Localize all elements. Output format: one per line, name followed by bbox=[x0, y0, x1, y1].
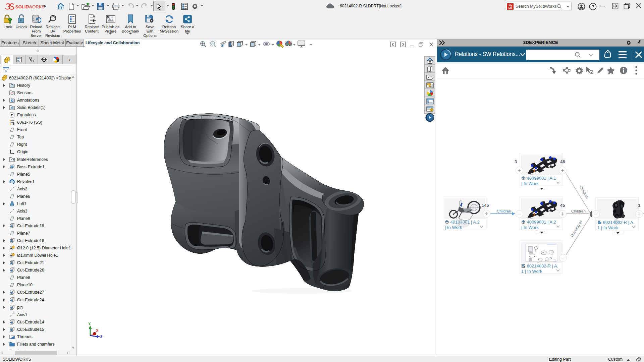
svg-text:?: ? bbox=[591, 4, 594, 9]
svg-text:Y: Y bbox=[88, 322, 91, 326]
svg-text:1: 1 bbox=[638, 203, 640, 208]
svg-text:3: 3 bbox=[515, 159, 517, 164]
svg-text:145: 145 bbox=[482, 203, 489, 208]
svg-text:Children: Children bbox=[579, 185, 589, 199]
svg-text:X: X bbox=[96, 328, 99, 333]
svg-text:Z: Z bbox=[100, 335, 102, 339]
svg-text:Children: Children bbox=[571, 209, 586, 213]
svg-text:WORKS: WORKS bbox=[28, 4, 45, 9]
svg-text:SOLID: SOLID bbox=[15, 4, 29, 9]
svg-text:46: 46 bbox=[560, 159, 565, 164]
svg-text:45: 45 bbox=[560, 203, 565, 208]
svg-text:Children: Children bbox=[497, 209, 511, 213]
svg-text:Drawing of: Drawing of bbox=[570, 220, 583, 238]
